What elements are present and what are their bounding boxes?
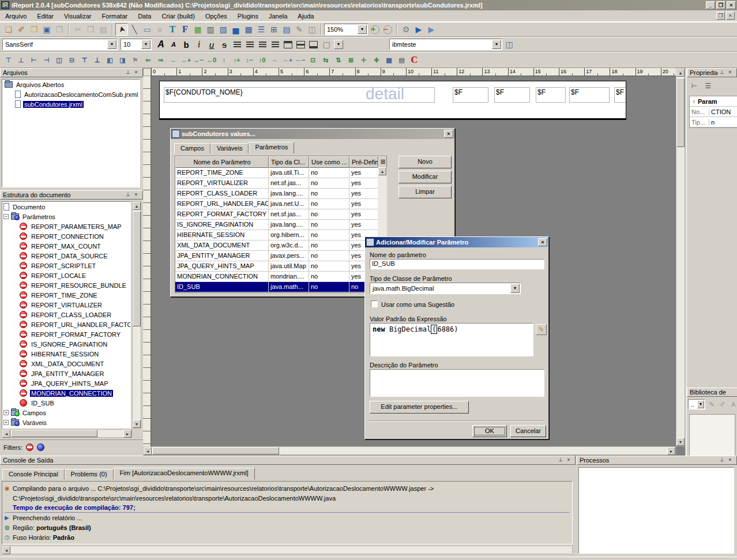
param-type-combo[interactable]: java.math.BigDecimal ▼ [370, 283, 521, 294]
italic-button[interactable] [193, 38, 205, 51]
underline-button[interactable] [205, 38, 218, 51]
scroll-up-icon[interactable]: ▲ [133, 202, 141, 210]
pin-icon[interactable]: ⊥ [556, 457, 565, 464]
column-header[interactable]: Pré-Definido [349, 156, 378, 168]
console-tab[interactable]: Problems (0) [65, 469, 114, 480]
statictext-tool-icon[interactable] [166, 23, 179, 36]
close-icon[interactable]: × [132, 191, 140, 198]
scroll-down-icon[interactable]: ▼ [676, 438, 685, 446]
wizard-icon[interactable] [15, 23, 28, 36]
pin-icon[interactable]: ⊥ [718, 457, 726, 464]
tree-node-parameter[interactable]: REPORT_VIRTUALIZER [2, 300, 130, 310]
line-tool-icon[interactable] [128, 23, 141, 36]
expand-icon[interactable]: + [3, 420, 9, 425]
param-dialog[interactable]: Adicionar/Modificar Parâmetro × Nome do … [364, 236, 549, 439]
cancel-button[interactable]: Cancelar [510, 425, 546, 437]
tree-node-campos[interactable]: + Campos [2, 408, 130, 418]
modificar-button[interactable]: Modificar [398, 171, 452, 183]
same-height-icon[interactable] [218, 54, 230, 66]
limpar-button[interactable]: Limpar [398, 186, 452, 198]
table-row[interactable]: IS_IGNORE_PAGINATIONjava.lang....noyes [175, 220, 378, 230]
values-dialog-titlebar[interactable]: subCondutores values... × [171, 129, 454, 139]
expression-edit-icon[interactable]: ✎ [536, 324, 547, 335]
fit-to-band-icon[interactable] [307, 54, 319, 66]
property-row[interactable]: Tip... n [690, 117, 737, 127]
same-width-icon[interactable] [167, 54, 179, 66]
report-textfield[interactable]: $F [614, 87, 626, 103]
table-row[interactable]: REPORT_URL_HANDLER_FAC...java.net.U...no… [175, 199, 378, 209]
tree-node-parameter[interactable]: REPORT_MAX_COUNT [2, 241, 130, 251]
report-page[interactable]: detail $F{CONDUTOR_NOME} $F$F$F$F$F [159, 81, 626, 120]
tree-node-background[interactable]: background [2, 427, 130, 429]
suggestion-checkbox[interactable] [371, 300, 378, 307]
valign-bottom-icon[interactable] [307, 38, 319, 51]
tree-node-parameter[interactable]: REPORT_LOCALE [2, 270, 130, 280]
table-row[interactable]: JPA_ENTITY_MANAGERjavax.pers...noyes [175, 251, 378, 261]
column-header[interactable]: Nome do Parâmetro [175, 156, 269, 168]
tree-node-root[interactable]: Arquivos Abertos [2, 80, 140, 89]
tree-node-variaveis[interactable]: + Varáveis [2, 418, 130, 427]
tree-node-parameter[interactable]: REPORT_DATA_SOURCE [2, 251, 130, 261]
scroll-up-icon[interactable]: ▲ [378, 167, 386, 175]
tree-node-parameter[interactable]: MONDRIAN_CONNECTION [2, 388, 130, 398]
parameters-table[interactable]: Nome do Parâmetro Tipo da Cl... Use como… [175, 156, 387, 293]
align-to-right-margin-icon[interactable] [116, 54, 129, 66]
description-textarea[interactable] [370, 369, 544, 397]
close-icon[interactable]: × [538, 238, 547, 246]
console-tab[interactable]: Fim [AutorizacaoDeslocamentoWWWW.jrxml] [114, 468, 255, 480]
library-remove-icon[interactable] [729, 400, 737, 409]
tree-node-parameter[interactable]: REPORT_URL_HANDLER_FACTOR [2, 320, 130, 329]
report-textfield[interactable]: $F [569, 87, 610, 103]
font-grow-icon[interactable] [155, 38, 167, 51]
table-row[interactable]: REPORT_TIME_ZONEjava.util.Ti...noyes [175, 168, 378, 178]
table-row[interactable]: REPORT_FORMAT_FACTORYnet.sf.jas...noyes [175, 209, 378, 220]
run-report-alt-icon[interactable] [425, 23, 438, 36]
tree-node-parameter[interactable]: JPA_QUERY_HINTS_MAP [2, 378, 130, 388]
property-row[interactable]: No... CTION [690, 107, 737, 117]
tree-node-parameter[interactable]: HIBERNATE_SESSION [2, 349, 130, 359]
column-header[interactable]: Use como ... [309, 156, 349, 168]
font-combo[interactable]: SansSerif ▼ [2, 39, 118, 50]
align-justify-text-icon[interactable] [269, 38, 281, 51]
open-file-item[interactable]: subCondutores.jrxml [2, 99, 140, 109]
dialog-tab[interactable]: Campos [174, 143, 210, 154]
chevron-down-icon[interactable]: ▼ [358, 25, 367, 34]
tree-node-parameter[interactable]: REPORT_RESOURCE_BUNDLE [2, 280, 130, 290]
report-textfield[interactable]: $F{CONDUTOR_NOME} [164, 87, 435, 103]
expand-icon[interactable]: + [3, 410, 9, 415]
center-horizontally-icon[interactable] [53, 54, 65, 66]
zoom-combo[interactable]: 150% ▼ [324, 24, 368, 35]
same-size-icon[interactable] [269, 54, 281, 66]
console-tab[interactable]: Console Principal [2, 469, 65, 480]
pin-icon[interactable]: ⊥ [124, 191, 132, 198]
table-row[interactable]: MONDRIAN_CONNECTIONmondrian....noyes [175, 272, 378, 282]
fit-height-icon[interactable] [332, 54, 344, 66]
tree-node-parameter[interactable]: REPORT_SCRIPTLET [2, 261, 130, 270]
align-to-left-margin-icon[interactable] [104, 54, 116, 66]
bold-button[interactable] [180, 38, 193, 51]
pointer-tool-icon[interactable] [115, 23, 128, 36]
param-dialog-titlebar[interactable]: Adicionar/Modificar Parâmetro × [365, 237, 548, 247]
tree-node-parameter[interactable]: REPORT_PARAMETERS_MAP [2, 221, 130, 231]
chevron-down-icon[interactable]: ▼ [107, 40, 116, 49]
new-document-icon[interactable] [2, 23, 15, 36]
chevron-down-icon[interactable]: ▼ [697, 400, 704, 408]
report-textfield[interactable]: $F [536, 87, 566, 103]
tree-node-parameter[interactable]: XML_DATA_DOCUMENT [2, 359, 130, 369]
close-icon[interactable]: × [444, 130, 453, 138]
tree-node-parameter[interactable]: IS_IGNORE_PAGINATION [2, 339, 130, 349]
connection-combo[interactable]: ibmteste ▼ [389, 39, 502, 50]
align-top-icon[interactable] [2, 54, 14, 66]
chevron-down-icon[interactable]: ▼ [141, 40, 151, 49]
align-center-text-icon[interactable] [243, 38, 256, 51]
fit-width-icon[interactable] [319, 54, 332, 66]
canvas-horizontal-scrollbar[interactable]: ◄ ► [143, 446, 676, 455]
close-icon[interactable]: × [726, 457, 734, 464]
scroll-left-icon[interactable]: ◄ [144, 447, 152, 455]
menu-item[interactable]: Criar (build) [156, 11, 200, 21]
structure-horizontal-scrollbar[interactable]: ◄ ► [2, 429, 132, 438]
table-row[interactable]: REPORT_CLASS_LOADERjava.lang....noyes [175, 189, 378, 199]
decrease-h-space-icon[interactable] [193, 54, 205, 66]
database-icon[interactable] [306, 23, 318, 36]
save-all-icon[interactable] [53, 23, 66, 36]
